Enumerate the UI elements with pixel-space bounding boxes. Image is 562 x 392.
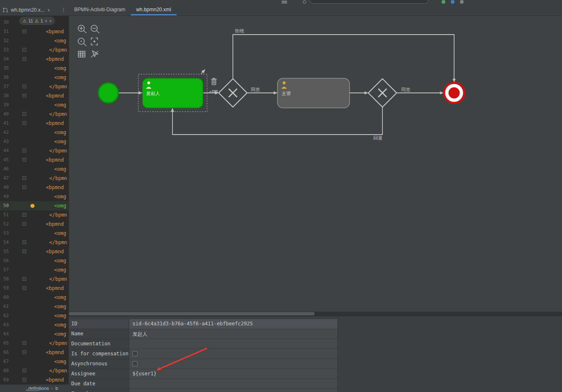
code-line[interactable]: 41<bpmnd [0,119,69,128]
code-line[interactable]: 67<omg [0,357,69,366]
code-line[interactable]: 43<omg [0,137,69,146]
fold-marker-icon[interactable] [22,176,26,180]
flow-reject[interactable] [233,35,454,82]
code-line[interactable]: 56<omg [0,256,69,265]
task-node-initiator[interactable]: 发起人 [142,78,203,108]
zoom-reset-icon[interactable] [78,38,87,46]
task-node-manager[interactable]: 主管 [277,78,350,108]
run-icon[interactable] [442,0,445,4]
code-line[interactable]: 51</bpmn [0,210,69,220]
next-problem-icon[interactable]: ∨ [49,19,52,23]
code-line[interactable]: 31<bpmnd [0,27,69,36]
start-event[interactable] [98,83,118,103]
code-line[interactable]: 69<bpmnd [0,375,69,384]
code-line[interactable]: 61<omg [0,302,69,311]
chevron-down-icon[interactable]: ∨ [47,8,50,12]
code-line[interactable]: 35<omg [0,64,69,73]
fold-marker-icon[interactable] [22,149,26,152]
pointer-off-icon[interactable] [91,51,98,57]
search-icon[interactable] [303,0,306,4]
code-line[interactable]: 68</bpmn [0,366,69,375]
code-line[interactable]: 36<omg [0,73,69,82]
property-value[interactable]: 发起人 [129,329,337,339]
code-line[interactable]: 57<omg [0,265,69,275]
fit-content-icon[interactable] [91,38,97,45]
fold-marker-icon[interactable] [22,240,26,244]
property-value[interactable] [129,389,337,392]
property-value[interactable]: sid-6c4a31d3-b76a-45f6-a411-ebfbeefc2925 [129,319,337,329]
fold-marker-icon[interactable] [22,341,26,345]
code-line[interactable]: 66<bpmnd [0,348,69,357]
code-line[interactable]: 45<bpmnd [0,155,69,165]
prev-problem-icon[interactable]: ∧ [45,19,47,23]
debug-icon[interactable] [451,0,455,4]
code-line[interactable]: 38<bpmnd [0,91,69,100]
code-line[interactable]: 62<omg [0,311,69,320]
fold-marker-icon[interactable] [22,48,26,52]
code-line[interactable]: 49<omg [0,192,69,201]
fold-marker-icon[interactable] [22,94,26,97]
gateway-2[interactable] [368,79,397,107]
code-line[interactable]: 42<omg [0,128,69,137]
fold-marker-icon[interactable] [22,286,26,290]
code-line[interactable]: 33</bpmn [0,45,69,55]
code-line[interactable]: 37</bpmn [0,82,69,91]
code-line[interactable]: 52<bpmnd [0,220,69,229]
editor-tab-bpmn-activiti-diagram[interactable]: BPMN-Activiti-Diagram [69,4,131,15]
code-line[interactable]: 40</bpmn [0,110,69,119]
zoom-out-icon[interactable] [91,25,100,33]
fold-marker-icon[interactable] [22,57,26,61]
scrollbar-thumb[interactable] [69,312,315,315]
settings-icon[interactable] [460,0,464,4]
editor-tab-wh-bpmn20-xml[interactable]: wh.bpmn20.xml [131,4,177,15]
tool-window-tab-label[interactable]: wh.bpmn20.x... [11,7,45,13]
fold-marker-icon[interactable] [22,277,26,281]
code-line[interactable]: 63<omg [0,320,69,330]
checkbox[interactable] [132,361,137,366]
code-line[interactable]: 46<omg [0,165,69,174]
xml-editor-panel[interactable]: 3031<bpmnd32<omg33</bpmn34<bpmnd35<omg36… [0,16,69,384]
code-line[interactable]: 32<omg [0,36,69,45]
code-line[interactable]: 58</bpmn [0,275,69,284]
fold-marker-icon[interactable] [22,222,26,226]
code-line[interactable]: 39<omg [0,100,69,110]
breadcrumb-item[interactable]: b [55,386,58,391]
end-event[interactable] [444,83,464,103]
run-config-combo[interactable] [309,0,429,4]
fold-marker-icon[interactable] [22,369,26,372]
inspections-widget[interactable]: ⚠ 11 ⚠ 1 ∧ ∨ [19,17,55,25]
code-line[interactable]: 59<bpmnd [0,284,69,293]
fold-marker-icon[interactable] [22,185,26,189]
editor-hscroll-thumb[interactable] [26,389,40,391]
code-line[interactable]: 50<omg [0,201,69,210]
fold-marker-icon[interactable] [22,378,26,382]
code-line[interactable]: 54</bpmn [0,238,69,247]
horizontal-scrollbar[interactable] [69,312,562,316]
resize-arrow-icon[interactable] [201,70,205,74]
code-line[interactable]: 47</bpmn [0,174,69,183]
code-line[interactable]: 44</bpmn [0,146,69,155]
bpmn-diagram-canvas[interactable]: 拒绝 同意 同意 回退 发起人 [69,16,562,312]
fold-marker-icon[interactable] [22,158,26,162]
fold-marker-icon[interactable] [22,112,26,116]
gateway-1[interactable] [219,79,247,107]
delete-icon[interactable] [211,78,217,85]
checkbox[interactable] [132,351,137,356]
code-line[interactable]: 53<omg [0,229,69,238]
property-value[interactable]: ${user1} [129,369,337,379]
intention-bulb-icon[interactable] [30,204,35,208]
code-line[interactable]: 65</bpmn [0,339,69,348]
fold-marker-icon[interactable] [22,85,26,88]
grid-icon[interactable] [78,51,85,57]
property-value[interactable] [129,339,337,349]
fold-marker-icon[interactable] [22,121,26,125]
more-options-icon[interactable]: ⋮ [61,7,66,13]
fold-marker-icon[interactable] [22,30,26,33]
fold-marker-icon[interactable] [22,350,26,354]
code-line[interactable]: 55<bpmnd [0,247,69,256]
zoom-in-icon[interactable] [78,25,87,33]
flow-rollback[interactable] [172,107,382,135]
fold-marker-icon[interactable] [22,250,26,253]
code-line[interactable]: 64<omg [0,330,69,339]
menu-icon[interactable] [282,1,287,2]
